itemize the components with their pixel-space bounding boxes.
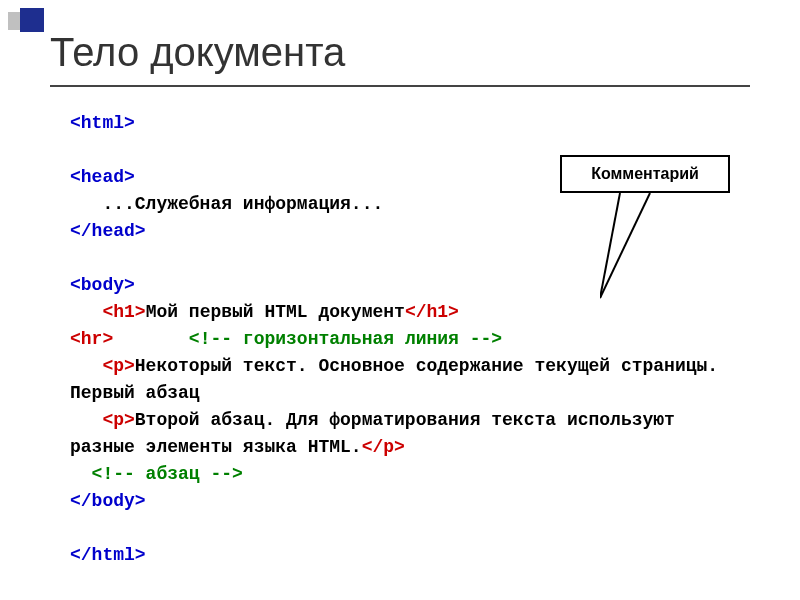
title-underline bbox=[50, 85, 750, 87]
page-title: Тело документа bbox=[50, 30, 345, 75]
svg-line-1 bbox=[600, 193, 650, 298]
tag-h1-open: <h1> bbox=[102, 302, 145, 322]
comment-para: <!-- абзац --> bbox=[92, 464, 243, 484]
svg-line-0 bbox=[600, 193, 620, 298]
tag-hr: <hr> bbox=[70, 329, 113, 349]
head-content-text: Служебная информация... bbox=[135, 194, 383, 214]
tag-body-open: <body> bbox=[70, 275, 135, 295]
tag-html-open: <html> bbox=[70, 113, 135, 133]
tag-head-close: </head> bbox=[70, 221, 146, 241]
tag-html-close: </html> bbox=[70, 545, 146, 565]
deco-square-blue bbox=[20, 8, 44, 32]
tag-p-open-2: <p> bbox=[102, 410, 134, 430]
h1-text: Мой первый HTML документ bbox=[146, 302, 405, 322]
callout-arrow bbox=[600, 193, 680, 313]
tag-p-open-1: <p> bbox=[102, 356, 134, 376]
p1-text: Некоторый текст. Основное содержание тек… bbox=[70, 356, 729, 403]
tag-h1-close: </h1> bbox=[405, 302, 459, 322]
callout-label: Комментарий bbox=[591, 165, 699, 183]
slide-decoration bbox=[8, 8, 44, 32]
tag-p-close: </p> bbox=[362, 437, 405, 457]
tag-body-close: </body> bbox=[70, 491, 146, 511]
callout-box: Комментарий bbox=[560, 155, 730, 193]
tag-head-open: <head> bbox=[70, 167, 135, 187]
comment-hr: <!-- горизонтальная линия --> bbox=[189, 329, 502, 349]
indent: ... bbox=[70, 194, 135, 214]
